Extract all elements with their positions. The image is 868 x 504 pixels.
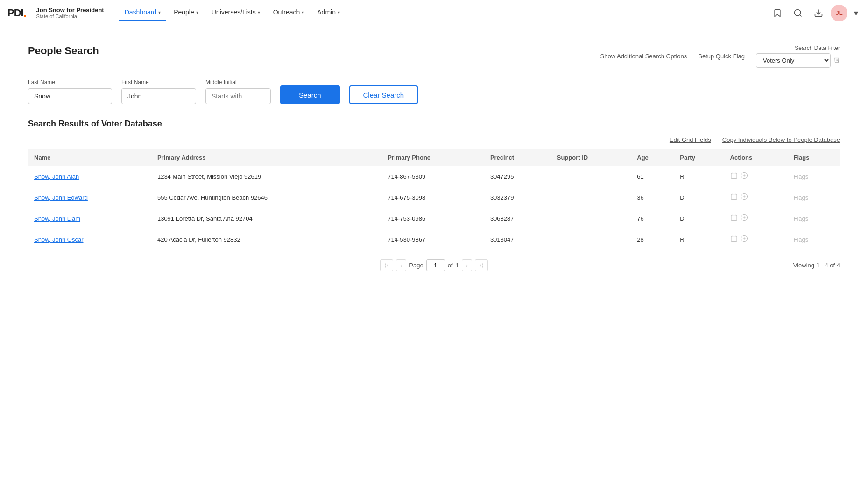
flags-link[interactable]: Flags	[794, 236, 809, 243]
col-support-id: Support ID	[551, 149, 632, 166]
viewing-info: Viewing 1 - 4 of 4	[793, 262, 840, 269]
cell-age: 76	[631, 208, 674, 229]
org-sub: State of California	[36, 14, 104, 19]
total-pages: 1	[455, 262, 459, 269]
navbar: PDI. Jon Snow for President State of Cal…	[0, 0, 868, 26]
search-button[interactable]: Search	[280, 85, 340, 104]
person-name-link[interactable]: Snow, John Oscar	[34, 236, 84, 243]
cell-party: R	[674, 166, 724, 187]
calendar-icon[interactable]	[730, 214, 738, 223]
table-row: Snow, John Edward 555 Cedar Ave, Hunting…	[28, 187, 840, 208]
cell-support-id	[551, 208, 632, 229]
page-input[interactable]	[426, 259, 445, 271]
nav-item-universes[interactable]: Universes/Lists ▾	[206, 5, 266, 21]
data-filter-select[interactable]: Voters Only All People Volunteers Donors	[756, 53, 831, 68]
chevron-down-icon: ▾	[258, 10, 260, 15]
clear-search-button[interactable]: Clear Search	[349, 85, 418, 104]
svg-line-1	[800, 14, 802, 16]
cell-name: Snow, John Alan	[28, 166, 152, 187]
page-title: People Search	[28, 45, 99, 57]
cell-party: D	[674, 208, 724, 229]
org-info: Jon Snow for President State of Californ…	[36, 7, 104, 19]
copy-individuals-button[interactable]: Copy Individuals Below to People Databas…	[722, 136, 840, 143]
cell-support-id	[551, 166, 632, 187]
person-name-link[interactable]: Snow, John Edward	[34, 194, 88, 201]
add-icon[interactable]	[741, 235, 748, 244]
flags-link[interactable]: Flags	[794, 173, 809, 180]
nav-item-people[interactable]: People ▾	[168, 5, 204, 21]
cell-flags: Flags	[788, 166, 840, 187]
setup-quick-flag-button[interactable]: Setup Quick Flag	[698, 53, 745, 60]
cell-name: Snow, John Edward	[28, 187, 152, 208]
last-name-label: Last Name	[28, 79, 112, 85]
filter-clear-button[interactable]	[833, 56, 840, 65]
col-age: Age	[631, 149, 674, 166]
add-icon[interactable]	[741, 193, 748, 202]
person-name-link[interactable]: Snow, John Alan	[34, 173, 79, 180]
nav-item-admin[interactable]: Admin ▾	[311, 5, 346, 21]
show-options-button[interactable]: Show Additional Search Options	[600, 53, 687, 60]
search-form: Last Name First Name Middle Initial Sear…	[28, 79, 840, 104]
cell-age: 36	[631, 187, 674, 208]
middle-initial-input[interactable]	[205, 88, 271, 104]
cell-actions	[725, 208, 788, 229]
search-icon-btn[interactable]	[790, 5, 806, 21]
cell-actions	[725, 166, 788, 187]
chevron-down-icon: ▾	[338, 10, 340, 15]
avatar[interactable]: JL	[831, 5, 847, 21]
cell-flags: Flags	[788, 187, 840, 208]
bookmark-icon-btn[interactable]	[769, 5, 786, 21]
pagination-row: ⟨⟨ ‹ Page of 1 › ⟩⟩ Viewing 1 - 4 of 4	[28, 259, 840, 271]
cell-phone: 714-867-5309	[382, 166, 485, 187]
action-icons	[730, 172, 783, 181]
svg-rect-3	[731, 173, 737, 179]
chevron-down-icon: ▾	[302, 10, 304, 15]
flags-link[interactable]: Flags	[794, 194, 809, 201]
calendar-icon[interactable]	[730, 235, 738, 244]
cell-phone: 714-753-0986	[382, 208, 485, 229]
cell-address: 555 Cedar Ave, Huntington Beach 92646	[152, 187, 382, 208]
first-name-label: First Name	[121, 79, 196, 85]
next-page-button[interactable]: ›	[462, 259, 472, 271]
middle-initial-group: Middle Initial	[205, 79, 271, 104]
prev-page-button[interactable]: ‹	[396, 259, 406, 271]
first-name-input[interactable]	[121, 88, 196, 104]
action-icons	[730, 235, 783, 244]
person-name-link[interactable]: Snow, John Liam	[34, 215, 80, 222]
cell-age: 28	[631, 229, 674, 250]
col-party: Party	[674, 149, 724, 166]
add-icon[interactable]	[741, 214, 748, 223]
download-icon-btn[interactable]	[810, 5, 827, 21]
col-name: Name	[28, 149, 152, 166]
cell-actions	[725, 187, 788, 208]
cell-actions	[725, 229, 788, 250]
calendar-icon[interactable]	[730, 193, 738, 202]
col-actions: Actions	[725, 149, 788, 166]
cell-phone: 714-675-3098	[382, 187, 485, 208]
add-icon[interactable]	[741, 172, 748, 181]
edit-grid-fields-button[interactable]: Edit Grid Fields	[670, 136, 711, 143]
last-name-input[interactable]	[28, 88, 112, 104]
nav-item-dashboard[interactable]: Dashboard ▾	[119, 5, 167, 21]
col-precinct: Precinct	[485, 149, 551, 166]
table-body: Snow, John Alan 1234 Main Street, Missio…	[28, 166, 840, 250]
table-row: Snow, John Alan 1234 Main Street, Missio…	[28, 166, 840, 187]
avatar-chevron-btn[interactable]: ▾	[851, 5, 861, 21]
last-name-group: Last Name	[28, 79, 112, 104]
cell-address: 420 Acacia Dr, Fullerton 92832	[152, 229, 382, 250]
logo[interactable]: PDI.	[7, 7, 27, 20]
col-address: Primary Address	[152, 149, 382, 166]
last-page-button[interactable]: ⟩⟩	[475, 259, 488, 271]
nav-item-outreach[interactable]: Outreach ▾	[268, 5, 310, 21]
first-name-group: First Name	[121, 79, 196, 104]
filter-row: Voters Only All People Volunteers Donors	[756, 53, 840, 68]
filter-label: Search Data Filter	[795, 45, 840, 51]
first-page-button[interactable]: ⟨⟨	[380, 259, 393, 271]
cell-name: Snow, John Oscar	[28, 229, 152, 250]
chevron-down-icon: ▾	[196, 10, 198, 15]
cell-support-id	[551, 229, 632, 250]
calendar-icon[interactable]	[730, 172, 738, 181]
flags-link[interactable]: Flags	[794, 215, 809, 222]
cell-precinct: 3068287	[485, 208, 551, 229]
cell-party: D	[674, 187, 724, 208]
